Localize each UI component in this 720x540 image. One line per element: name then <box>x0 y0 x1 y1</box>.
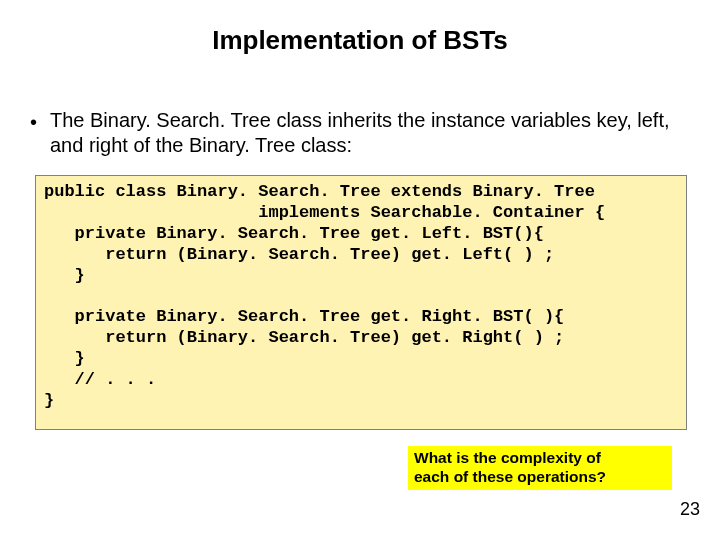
code-line: } <box>44 349 85 368</box>
complexity-callout: What is the complexity of each of these … <box>408 446 672 490</box>
page-number: 23 <box>680 499 700 520</box>
bullet-dot-icon: • <box>30 108 50 135</box>
code-line: } <box>44 391 54 410</box>
slide-title: Implementation of BSTs <box>0 25 720 56</box>
bullet-block: • The Binary. Search. Tree class inherit… <box>30 108 690 158</box>
code-line: private Binary. Search. Tree get. Left. … <box>44 224 544 243</box>
code-line: private Binary. Search. Tree get. Right.… <box>44 307 564 326</box>
code-line: public class Binary. Search. Tree extend… <box>44 182 595 201</box>
code-line: // . . . <box>44 370 156 389</box>
code-line: return (Binary. Search. Tree) get. Left(… <box>44 245 554 264</box>
bullet-text: The Binary. Search. Tree class inherits … <box>50 108 690 158</box>
code-box: public class Binary. Search. Tree extend… <box>35 175 687 430</box>
bullet-item: • The Binary. Search. Tree class inherit… <box>30 108 690 158</box>
callout-line: each of these operations? <box>414 468 606 485</box>
code-line: } <box>44 266 85 285</box>
code-line: return (Binary. Search. Tree) get. Right… <box>44 328 564 347</box>
slide: Implementation of BSTs • The Binary. Sea… <box>0 0 720 540</box>
callout-line: What is the complexity of <box>414 449 601 466</box>
code-line: implements Searchable. Container { <box>44 203 605 222</box>
